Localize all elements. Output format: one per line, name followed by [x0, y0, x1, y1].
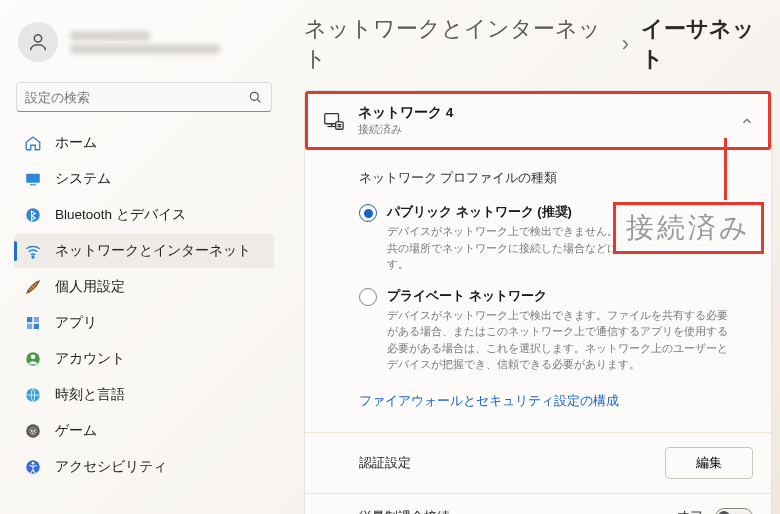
nav-label: システム [55, 170, 111, 188]
nav-list: ホーム システム Bluetooth とデバイス ネットワークとインターネット … [12, 126, 276, 484]
svg-rect-9 [27, 324, 32, 329]
private-desc: デバイスがネットワーク上で検出できます。ファイルを共有する必要がある場合、または… [387, 307, 737, 373]
svg-rect-7 [27, 317, 32, 322]
nav-label: アクセシビリティ [55, 458, 167, 476]
breadcrumb-parent[interactable]: ネットワークとインターネット [304, 14, 610, 74]
metered-title: 従量制課金接続 [359, 508, 665, 515]
search-input-wrap[interactable] [16, 82, 272, 112]
brush-icon [24, 278, 42, 296]
apps-icon [24, 314, 42, 332]
auth-label: 認証設定 [359, 454, 474, 472]
sidebar-item-gaming[interactable]: ゲーム [14, 414, 274, 448]
breadcrumb-separator: › [622, 31, 629, 57]
auth-settings-row[interactable]: 認証設定 編集 [305, 432, 771, 493]
sidebar-item-accessibility[interactable]: アクセシビリティ [14, 450, 274, 484]
svg-rect-21 [336, 121, 343, 128]
svg-rect-4 [30, 184, 36, 185]
metered-row[interactable]: 従量制課金接続 このネットワークに接続している場合、データ使用量を減らすためにア… [305, 493, 771, 515]
search-icon [247, 89, 263, 105]
firewall-link[interactable]: ファイアウォールとセキュリティ設定の構成 [359, 393, 619, 410]
main-content: ネットワークとインターネット › イーサネット ネットワーク 4 接続済み ネッ… [282, 0, 780, 514]
user-account-row[interactable] [12, 10, 276, 78]
metered-toggle[interactable] [715, 508, 753, 515]
svg-rect-10 [34, 324, 39, 329]
radio-private[interactable]: プライベート ネットワーク デバイスがネットワーク上で検出できます。ファイルを共… [359, 287, 751, 373]
sidebar-item-apps[interactable]: アプリ [14, 306, 274, 340]
account-icon [24, 350, 42, 368]
chevron-up-icon [740, 114, 754, 128]
nav-label: アカウント [55, 350, 125, 368]
sidebar-item-personalization[interactable]: 個人用設定 [14, 270, 274, 304]
nav-label: アプリ [55, 314, 97, 332]
sidebar-item-time[interactable]: 時刻と言語 [14, 378, 274, 412]
globe-icon [24, 386, 42, 404]
nav-label: Bluetooth とデバイス [55, 206, 186, 224]
nav-label: 時刻と言語 [55, 386, 125, 404]
user-name-placeholder [70, 28, 220, 57]
profile-section: ネットワーク プロファイルの種類 パブリック ネットワーク (推奨) デバイスが… [305, 150, 771, 432]
bluetooth-icon [24, 206, 42, 224]
home-icon [24, 134, 42, 152]
breadcrumb-current: イーサネット [641, 14, 772, 74]
sidebar-item-network[interactable]: ネットワークとインターネット [14, 234, 274, 268]
accessibility-icon [24, 458, 42, 476]
svg-point-17 [32, 462, 35, 465]
sidebar-item-home[interactable]: ホーム [14, 126, 274, 160]
sidebar-item-system[interactable]: システム [14, 162, 274, 196]
profile-heading: ネットワーク プロファイルの種類 [359, 170, 751, 187]
annotation-callout: 接続済み [613, 202, 764, 254]
network-name: ネットワーク 4 [358, 104, 453, 122]
svg-point-12 [31, 355, 36, 360]
svg-point-15 [28, 426, 38, 436]
nav-label: ホーム [55, 134, 97, 152]
edit-button[interactable]: 編集 [665, 447, 753, 479]
nav-label: ネットワークとインターネット [55, 242, 251, 260]
search-input[interactable] [25, 90, 247, 105]
svg-point-1 [250, 92, 258, 100]
sidebar-item-accounts[interactable]: アカウント [14, 342, 274, 376]
metered-state: オフ [677, 508, 703, 515]
radio-public-indicator[interactable] [359, 204, 377, 222]
network-status: 接続済み [358, 122, 453, 137]
wifi-icon [24, 242, 42, 260]
svg-point-6 [32, 256, 34, 258]
private-title: プライベート ネットワーク [387, 287, 737, 305]
sidebar: ホーム システム Bluetooth とデバイス ネットワークとインターネット … [0, 0, 282, 514]
ethernet-panel: ネットワーク 4 接続済み ネットワーク プロファイルの種類 パブリック ネット… [304, 90, 772, 514]
annotation-line [724, 138, 727, 200]
network-header-row[interactable]: ネットワーク 4 接続済み [305, 91, 771, 150]
nav-label: ゲーム [55, 422, 97, 440]
svg-point-0 [34, 35, 41, 42]
avatar [18, 22, 58, 62]
gaming-icon [24, 422, 42, 440]
system-icon [24, 170, 42, 188]
radio-private-indicator[interactable] [359, 288, 377, 306]
breadcrumb: ネットワークとインターネット › イーサネット [304, 14, 772, 74]
nav-label: 個人用設定 [55, 278, 125, 296]
sidebar-item-bluetooth[interactable]: Bluetooth とデバイス [14, 198, 274, 232]
svg-line-2 [257, 99, 260, 102]
svg-rect-8 [34, 317, 39, 322]
svg-rect-3 [26, 174, 40, 183]
ethernet-icon [322, 110, 344, 132]
